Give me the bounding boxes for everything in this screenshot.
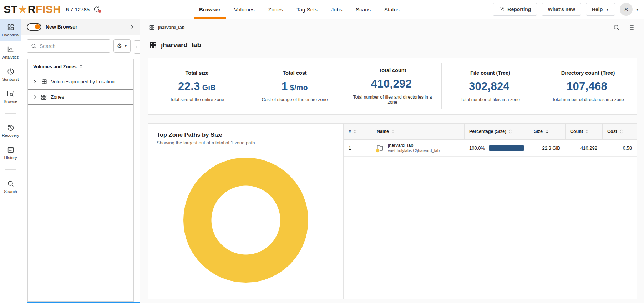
breadcrumb: jharvard_lab (140, 19, 644, 36)
column-header-name[interactable]: Name (372, 124, 464, 139)
content-search-icon[interactable] (613, 24, 620, 31)
percentage-value: 100.0% (469, 145, 485, 151)
logo-text-mid: R (28, 4, 36, 15)
new-browser-toggle[interactable] (27, 23, 41, 31)
panel-expand-chevron[interactable] (130, 24, 135, 29)
recovery-icon (7, 124, 15, 131)
zone-paths-table: # Name Percentage (Size) Size (343, 124, 637, 299)
logo-text: ST (4, 4, 17, 15)
stat-total-size: Total size 22.3GiB Total size of the ent… (148, 58, 246, 114)
gear-icon: ⚙ (117, 43, 122, 49)
whats-new-label: What's new (548, 6, 575, 12)
app-header: ST★RFISH 6.7.12785 Browser Volumes Zones… (0, 0, 644, 19)
reporting-button[interactable]: Reporting (493, 3, 537, 16)
rail-item-search[interactable]: Search (0, 175, 21, 198)
rail-item-recovery[interactable]: Recovery (0, 119, 21, 141)
chart-title: Top Zone Paths by Size (157, 131, 343, 138)
row-cost: 0.58 (602, 140, 637, 156)
starfish-icon: ★ (18, 4, 27, 15)
table-row[interactable]: 1 jharvard_lab vast-holylabs:C/jharvard_… (344, 140, 637, 157)
chevron-down-icon: ▼ (605, 8, 609, 11)
rail-item-analytics[interactable]: Analytics (0, 41, 21, 63)
row-size: 22.3 GiB (529, 140, 565, 156)
display-settings-icon[interactable] (628, 24, 635, 31)
row-name-cell[interactable]: jharvard_lab vast-holylabs:C/jharvard_la… (372, 140, 464, 156)
sort-icon (585, 129, 589, 134)
rail-item-sunburst[interactable]: Sunburst (0, 63, 21, 85)
rail-item-overview[interactable]: Overview (0, 19, 21, 41)
header-actions: Reporting What's new Help ▼ S ▼ (493, 3, 644, 16)
overview-icon (7, 23, 15, 31)
sort-icon (354, 129, 357, 134)
nav-tab-browser[interactable]: Browser (199, 0, 220, 19)
rail-item-browse[interactable]: Browse (0, 85, 21, 108)
external-link-icon (499, 6, 504, 12)
table-header-row: # Name Percentage (Size) Size (344, 124, 637, 140)
zone-path: vast-holylabs:C/jharvard_lab (388, 148, 440, 153)
zone-chart-area: Top Zone Paths by Size Showing the large… (148, 124, 343, 299)
column-header-count[interactable]: Count (565, 124, 602, 139)
stat-file-count-tree: File count (Tree) 302,824 Total number o… (441, 58, 539, 114)
sort-icon (509, 129, 512, 134)
chevron-right-icon (32, 95, 37, 99)
app-logo: ST★RFISH (4, 4, 61, 15)
version-label: 6.7.12785 (66, 6, 90, 13)
nav-tab-tag-sets[interactable]: Tag Sets (296, 0, 317, 19)
zone-donut-chart[interactable] (183, 158, 308, 283)
sort-icon (620, 129, 623, 134)
whats-new-button[interactable]: What's new (542, 3, 581, 16)
zones-grid-icon (41, 94, 47, 100)
column-header-percentage-size[interactable]: Percentage (Size) (464, 124, 529, 139)
nav-tab-volumes[interactable]: Volumes (234, 0, 255, 19)
panel-header: New Browser (21, 19, 140, 35)
tree-item-label: Volumes grouped by Location (51, 79, 115, 84)
zone-color-dot (376, 149, 380, 153)
nav-tab-status[interactable]: Status (384, 0, 400, 19)
help-button[interactable]: Help ▼ (586, 3, 615, 16)
search-box[interactable] (27, 39, 110, 53)
stats-panel: Total size 22.3GiB Total size of the ent… (148, 58, 637, 115)
analytics-icon (7, 45, 15, 53)
volumes-zones-tree: Volumes and Zones Volumes grouped by Loc… (27, 59, 134, 302)
page-title-bar: jharvard_lab (149, 41, 201, 49)
content-actions (613, 24, 635, 31)
column-header-cost[interactable]: Cost (602, 124, 637, 139)
settings-dropdown-button[interactable]: ⚙ ▼ (113, 39, 131, 53)
search-icon (7, 180, 15, 188)
chevron-down-icon: ▼ (635, 8, 639, 11)
rail-item-history[interactable]: History (0, 141, 21, 164)
stat-total-count: Total count 410,292 Total number of file… (344, 58, 441, 114)
chart-subtitle: Showing the largest out of a total of 1 … (157, 140, 343, 145)
tree-header[interactable]: Volumes and Zones (28, 59, 133, 74)
zone-paths-panel: Top Zone Paths by Size Showing the large… (148, 123, 637, 299)
folder-icon (377, 145, 384, 151)
zone-name: jharvard_lab (388, 143, 440, 148)
sunburst-icon (7, 68, 15, 75)
tree-item-volumes-grouped-by-location[interactable]: Volumes grouped by Location (28, 74, 133, 89)
nav-tab-zones[interactable]: Zones (268, 0, 283, 19)
row-number: 1 (344, 140, 372, 156)
column-header-number[interactable]: # (344, 124, 372, 139)
user-menu[interactable]: S ▼ (620, 3, 639, 16)
browser-panel: New Browser ⚙ ▼ Volumes and Zones (21, 19, 140, 303)
search-input[interactable] (40, 43, 106, 49)
column-header-size[interactable]: Size (529, 124, 565, 139)
nav-tab-jobs[interactable]: Jobs (331, 0, 343, 19)
zone-grid-icon (149, 41, 157, 49)
main-nav: Browser Volumes Zones Tag Sets Jobs Scan… (199, 0, 400, 19)
rail-divider (5, 169, 16, 170)
horizontal-scrollbar[interactable] (27, 302, 140, 303)
sort-icon (79, 64, 83, 69)
nav-tab-scans[interactable]: Scans (356, 0, 371, 19)
left-rail: Overview Analytics Sunburst Browse R (0, 19, 21, 303)
tree-item-zones[interactable]: Zones (28, 89, 133, 105)
chevron-right-icon (32, 79, 37, 84)
new-browser-label: New Browser (46, 24, 77, 30)
percentage-bar (489, 145, 524, 151)
refresh-icon[interactable] (93, 6, 100, 13)
toggle-knob (35, 24, 40, 29)
panel-collapse-button[interactable] (134, 40, 140, 54)
help-label: Help (592, 6, 603, 12)
volumes-group-icon (41, 78, 47, 85)
breadcrumb-item[interactable]: jharvard_lab (158, 25, 184, 30)
